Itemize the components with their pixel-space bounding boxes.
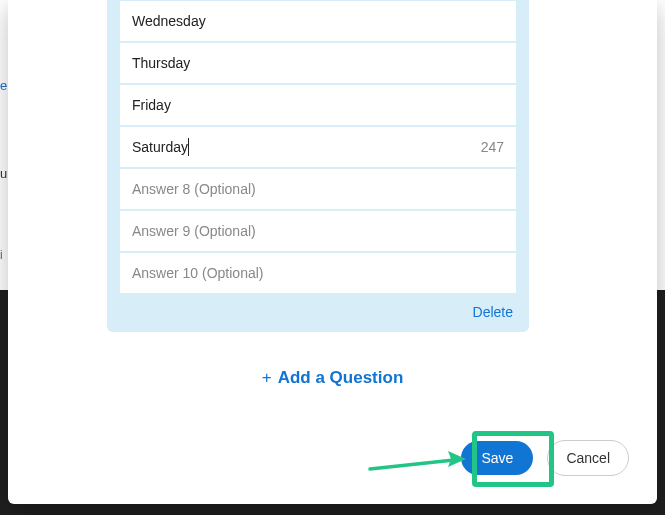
- delete-question-row: Delete: [119, 294, 517, 320]
- answer-text: Saturday: [132, 139, 188, 155]
- answer-placeholder: Answer 8 (Optional): [132, 181, 256, 197]
- question-answers-block: Wednesday Thursday Friday Saturday 247 A…: [107, 0, 529, 332]
- answer-input-friday[interactable]: Friday: [119, 84, 517, 126]
- background-text-fragment: u: [0, 166, 7, 181]
- answer-text: Wednesday: [132, 13, 206, 29]
- answer-placeholder: Answer 10 (Optional): [132, 265, 264, 281]
- modal-footer: Save Cancel: [461, 440, 629, 476]
- cancel-button[interactable]: Cancel: [547, 440, 629, 476]
- delete-question-link[interactable]: Delete: [473, 304, 513, 320]
- add-question-button[interactable]: +Add a Question: [8, 368, 657, 388]
- answer-input-10[interactable]: Answer 10 (Optional): [119, 252, 517, 294]
- character-count: 247: [481, 139, 504, 155]
- add-question-label: Add a Question: [278, 368, 404, 387]
- answer-input-thursday[interactable]: Thursday: [119, 42, 517, 84]
- answer-input-9[interactable]: Answer 9 (Optional): [119, 210, 517, 252]
- answer-text: Thursday: [132, 55, 190, 71]
- background-link-fragment: e: [0, 78, 7, 93]
- save-button[interactable]: Save: [461, 441, 533, 475]
- answer-input-saturday[interactable]: Saturday 247: [119, 126, 517, 168]
- plus-icon: +: [262, 368, 272, 387]
- answer-input-8[interactable]: Answer 8 (Optional): [119, 168, 517, 210]
- poll-editor-modal: Wednesday Thursday Friday Saturday 247 A…: [8, 0, 657, 504]
- answer-input-wednesday[interactable]: Wednesday: [119, 0, 517, 42]
- text-cursor: [188, 138, 189, 156]
- answer-text: Friday: [132, 97, 171, 113]
- answer-placeholder: Answer 9 (Optional): [132, 223, 256, 239]
- background-text-fragment-2: i: [0, 248, 3, 262]
